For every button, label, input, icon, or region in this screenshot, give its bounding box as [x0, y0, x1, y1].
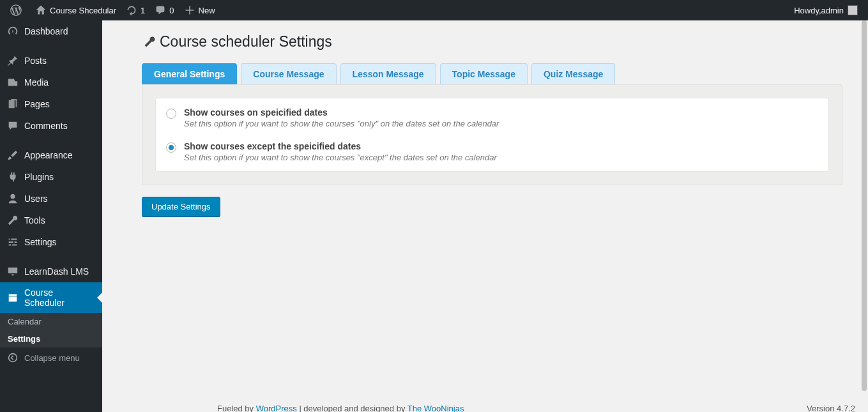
footer-wooninjas-link[interactable]: The WooNinjas — [407, 404, 464, 412]
howdy-user: admin — [821, 6, 844, 15]
collapse-menu[interactable]: Collapse menu — [0, 347, 102, 368]
sidebar-submenu: Calendar Settings — [0, 313, 102, 347]
option-label: Show courses except the speicified dates — [184, 141, 497, 151]
sidebar-item-dashboard[interactable]: Dashboard — [0, 20, 102, 42]
sidebar-item-pages[interactable]: Pages — [0, 93, 102, 115]
sidebar-item-plugins[interactable]: Plugins — [0, 166, 102, 188]
sidebar-item-label: Comments — [24, 121, 68, 131]
scrollbar[interactable] — [860, 20, 868, 412]
sidebar-item-label: Media — [24, 77, 49, 88]
sidebar-item-learndash[interactable]: LearnDash LMS — [0, 261, 102, 282]
settings-tabs: General Settings Course Message Lesson M… — [142, 63, 855, 84]
sidebar-item-label: Tools — [24, 215, 45, 225]
radio-button[interactable] — [166, 142, 176, 153]
wp-logo[interactable] — [5, 0, 31, 20]
option-show-on-specified[interactable]: Show courses on speicified dates Set thi… — [156, 101, 828, 135]
pages-icon — [6, 98, 19, 110]
my-account-link[interactable]: Howdy, admin — [789, 0, 863, 20]
site-title: Course Shcedular — [50, 6, 116, 15]
sliders-icon — [6, 236, 19, 248]
footer-version: Version 4.7.2 — [807, 404, 855, 412]
sidebar-item-comments[interactable]: Comments — [0, 115, 102, 137]
footer-text: | developed and designed by — [297, 404, 407, 412]
home-icon — [36, 5, 46, 15]
footer-wordpress-link[interactable]: WordPress — [256, 404, 297, 412]
sidebar-item-label: Dashboard — [24, 26, 68, 36]
option-desc: Set this option if you want to show the … — [184, 119, 499, 128]
avatar — [848, 5, 858, 15]
wrench-icon — [140, 36, 157, 49]
sidebar-item-label: Course Scheduler — [24, 287, 96, 308]
footer-text: Fueled by — [217, 404, 256, 412]
updates-icon — [126, 5, 137, 15]
user-icon — [6, 193, 19, 204]
tab-quiz-message[interactable]: Quiz Message — [531, 63, 615, 84]
tab-course-message[interactable]: Course Message — [241, 63, 336, 84]
page-title-text: Course scheduler Settings — [160, 33, 332, 50]
tab-topic-message[interactable]: Topic Message — [440, 63, 528, 84]
sidebar-item-label: Pages — [24, 99, 50, 109]
wordpress-icon — [10, 4, 22, 16]
svg-point-0 — [9, 354, 17, 362]
media-icon — [6, 77, 19, 88]
scrollbar-thumb[interactable] — [862, 20, 867, 391]
option-label: Show courses on speicified dates — [184, 107, 499, 118]
dashboard-icon — [6, 26, 19, 37]
submenu-label: Calendar — [8, 317, 42, 326]
page-title: Course scheduler Settings — [142, 33, 855, 50]
brush-icon — [6, 149, 19, 161]
pin-icon — [6, 55, 19, 66]
footer: Fueled by WordPress | developed and desi… — [217, 404, 855, 412]
plug-icon — [6, 171, 19, 183]
sidebar-item-course-scheduler[interactable]: Course Scheduler — [0, 282, 102, 313]
calendar-icon — [6, 292, 19, 303]
collapse-label: Collapse menu — [24, 353, 80, 363]
sidebar-item-label: Settings — [24, 237, 57, 247]
sidebar-item-label: Appearance — [24, 150, 73, 160]
sidebar-item-media[interactable]: Media — [0, 72, 102, 93]
sidebar-item-label: Posts — [24, 56, 47, 66]
monitor-icon — [6, 266, 19, 277]
radio-button[interactable] — [166, 109, 176, 119]
tab-general-settings[interactable]: General Settings — [142, 63, 237, 84]
sidebar-item-label: Plugins — [24, 172, 54, 182]
options-box: Show courses on speicified dates Set thi… — [155, 98, 829, 172]
wrench-icon — [6, 215, 19, 226]
submenu-item-calendar[interactable]: Calendar — [0, 313, 102, 330]
comment-icon — [155, 5, 165, 15]
submenu-item-settings[interactable]: Settings — [0, 330, 102, 347]
comments-count: 0 — [169, 6, 174, 15]
sidebar-item-tools[interactable]: Tools — [0, 210, 102, 231]
plus-icon — [185, 5, 195, 15]
sidebar-item-label: LearnDash LMS — [24, 266, 89, 277]
updates-link[interactable]: 1 — [121, 0, 150, 20]
option-show-except-specified[interactable]: Show courses except the speicified dates… — [156, 135, 828, 169]
sidebar-item-settings[interactable]: Settings — [0, 231, 102, 253]
howdy-prefix: Howdy, — [794, 6, 821, 15]
new-label: New — [199, 6, 215, 15]
comment-icon — [6, 120, 19, 132]
site-name-link[interactable]: Course Shcedular — [31, 0, 121, 20]
submenu-label: Settings — [8, 334, 40, 344]
update-settings-button[interactable]: Update Settings — [142, 197, 220, 217]
comments-link[interactable]: 0 — [150, 0, 179, 20]
sidebar-item-label: Users — [24, 194, 48, 204]
settings-panel: Show courses on speicified dates Set thi… — [142, 84, 842, 185]
sidebar-item-appearance[interactable]: Appearance — [0, 144, 102, 166]
sidebar-item-posts[interactable]: Posts — [0, 50, 102, 72]
new-link[interactable]: New — [179, 0, 220, 20]
sidebar-item-users[interactable]: Users — [0, 188, 102, 210]
collapse-icon — [6, 353, 19, 363]
tab-lesson-message[interactable]: Lesson Message — [340, 63, 436, 84]
option-desc: Set this option if you want to show the … — [184, 153, 497, 162]
updates-count: 1 — [141, 6, 145, 15]
